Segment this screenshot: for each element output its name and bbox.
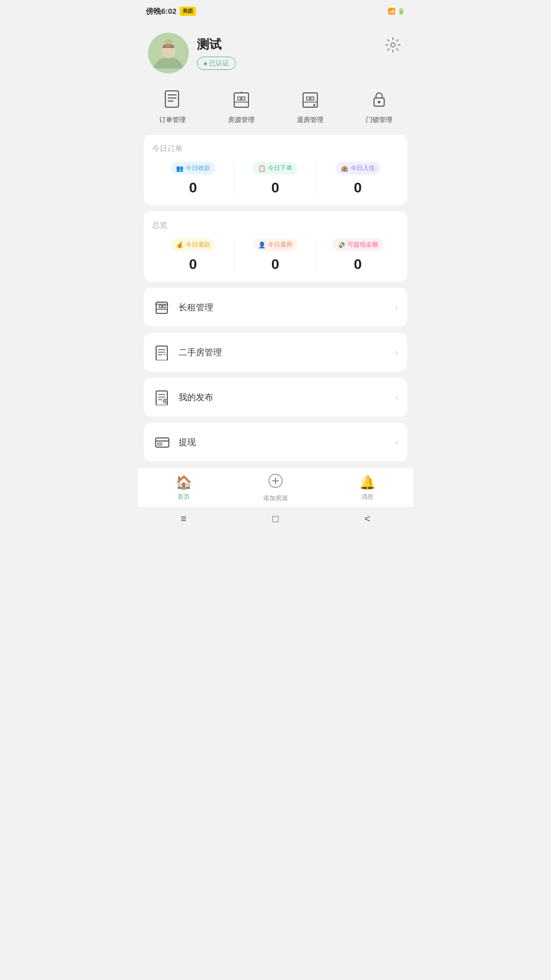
add-house-label: 添加房源 [263, 494, 288, 503]
my-publish-label: 我的发布 [179, 391, 213, 403]
today-order-badge: 📋 今日下单 [253, 162, 297, 175]
today-checkout-stat: 👤 今日退房 0 [234, 238, 316, 273]
order-mgmt-icon [160, 87, 185, 111]
my-publish-icon [153, 388, 171, 406]
bottom-nav: 🏠 首页 添加房源 🔔 消息 [138, 468, 413, 507]
svg-rect-35 [156, 438, 169, 447]
svg-rect-4 [165, 91, 179, 107]
avatar [148, 33, 189, 74]
nav-add-house[interactable]: 添加房源 [230, 473, 321, 503]
withdrawable-badge: 💸 可提现金额 [333, 238, 383, 251]
overview-title: 总览 [152, 220, 399, 230]
long-rent-left: 长租管理 [153, 298, 213, 316]
svg-text:¥: ¥ [239, 90, 242, 95]
messages-label: 消息 [361, 493, 373, 501]
quick-menu: 订单管理 ¥ 房源管理 退房管理 门锁管理 [138, 82, 413, 135]
withdrawable-stat: 💸 可提现金额 0 [317, 238, 399, 273]
svg-rect-10 [242, 97, 245, 100]
today-refund-stat: 💰 今日退款 0 [152, 238, 234, 273]
today-refund-badge: 💰 今日退款 [171, 238, 215, 251]
today-checkin-value: 0 [354, 180, 362, 196]
withdrawable-value: 0 [354, 256, 362, 273]
today-checkout-badge: 👤 今日退房 [253, 238, 297, 251]
sys-menu-button[interactable]: ≡ [181, 513, 187, 525]
sys-nav: ≡ □ < [138, 507, 413, 533]
today-order-value: 0 [271, 180, 280, 196]
verified-badge: ♦ 已认证 [197, 57, 236, 70]
secondhand-chevron: › [395, 347, 398, 358]
home-icon: 🏠 [176, 475, 192, 491]
profile-section: 测试 ♦ 已认证 [138, 22, 413, 82]
meituan-badge: 美团 [180, 7, 196, 16]
svg-rect-15 [311, 97, 314, 100]
settings-button[interactable] [383, 35, 403, 57]
quick-menu-house-mgmt[interactable]: ¥ 房源管理 [207, 87, 276, 125]
status-left: 傍晚6:02 美团 [146, 7, 196, 16]
order-mgmt-label: 订单管理 [159, 115, 186, 125]
today-checkout-value: 0 [271, 256, 280, 273]
svg-rect-14 [307, 97, 310, 100]
secondhand-item[interactable]: 二手房管理 › [144, 333, 407, 372]
today-payment-badge: 👥 今日收款 [171, 162, 215, 175]
status-bar: 傍晚6:02 美团 📶 🔋 [138, 0, 413, 22]
secondhand-icon [153, 343, 171, 361]
overview-card: 总览 💰 今日退款 0 👤 今日退房 0 💸 可提现金额 0 [144, 211, 407, 282]
today-checkin-stat: 🏨 今日入住 0 [317, 162, 399, 196]
svg-rect-8 [234, 93, 248, 107]
long-rent-item[interactable]: 长租管理 › [144, 288, 407, 327]
quick-menu-checkout-mgmt[interactable]: 退房管理 [276, 87, 344, 125]
svg-rect-24 [156, 346, 167, 360]
home-label: 首页 [178, 493, 190, 501]
secondhand-label: 二手房管理 [179, 347, 222, 358]
withdraw-label: 提现 [179, 436, 196, 448]
svg-rect-13 [303, 93, 317, 107]
today-payment-stat: 👥 今日收款 0 [152, 162, 234, 196]
today-payment-value: 0 [189, 180, 197, 196]
add-house-icon [268, 473, 283, 492]
svg-point-18 [378, 101, 380, 104]
status-time: 傍晚6:02 [146, 7, 177, 16]
profile-info: 测试 ♦ 已认证 [197, 36, 236, 70]
my-publish-chevron: › [395, 392, 398, 403]
diamond-icon: ♦ [204, 59, 207, 67]
profile-name: 测试 [197, 36, 236, 53]
lock-mgmt-icon [367, 87, 391, 111]
svg-rect-20 [159, 305, 162, 308]
long-rent-chevron: › [395, 302, 398, 313]
my-publish-item[interactable]: 我的发布 › [144, 378, 407, 416]
checkout-mgmt-icon [298, 87, 322, 111]
nav-messages[interactable]: 🔔 消息 [321, 475, 413, 501]
svg-rect-37 [158, 443, 162, 445]
today-order-stat: 📋 今日下单 0 [234, 162, 316, 196]
nav-home[interactable]: 🏠 首页 [138, 475, 230, 501]
long-rent-icon [153, 298, 171, 316]
withdraw-icon [153, 433, 171, 451]
today-orders-card: 今日订单 👥 今日收款 0 📋 今日下单 0 🏨 今日入住 0 [144, 135, 407, 205]
overview-grid: 💰 今日退款 0 👤 今日退房 0 💸 可提现金额 0 [152, 238, 399, 273]
house-mgmt-label: 房源管理 [228, 115, 255, 125]
long-rent-label: 长租管理 [179, 302, 213, 313]
checkout-mgmt-label: 退房管理 [297, 115, 323, 125]
today-orders-title: 今日订单 [152, 144, 399, 154]
svg-rect-9 [238, 97, 241, 100]
svg-rect-21 [163, 305, 165, 308]
status-right: 📶 🔋 [388, 8, 405, 15]
sys-back-button[interactable]: < [364, 513, 370, 525]
messages-icon: 🔔 [359, 475, 375, 491]
secondhand-left: 二手房管理 [153, 343, 222, 361]
today-checkin-badge: 🏨 今日入住 [336, 162, 380, 175]
today-refund-value: 0 [189, 256, 197, 273]
withdraw-chevron: › [395, 437, 398, 448]
svg-point-2 [164, 39, 172, 47]
withdraw-item[interactable]: 提现 › [144, 423, 407, 461]
quick-menu-lock-mgmt[interactable]: 门锁管理 [344, 87, 413, 125]
svg-point-3 [391, 43, 395, 47]
today-orders-grid: 👥 今日收款 0 📋 今日下单 0 🏨 今日入住 0 [152, 162, 399, 196]
my-publish-left: 我的发布 [153, 388, 213, 406]
withdraw-left: 提现 [153, 433, 196, 451]
house-mgmt-icon: ¥ [229, 87, 254, 111]
profile-left: 测试 ♦ 已认证 [148, 33, 236, 74]
lock-mgmt-label: 门锁管理 [366, 115, 392, 125]
quick-menu-order-mgmt[interactable]: 订单管理 [138, 87, 207, 125]
sys-home-button[interactable]: □ [272, 513, 279, 525]
